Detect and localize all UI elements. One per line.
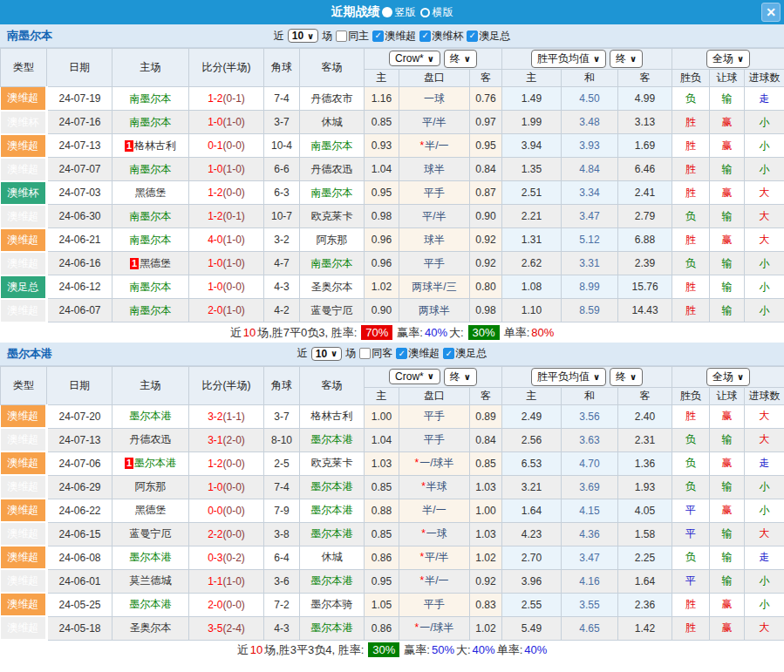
halftime-score: (0-1): [223, 92, 245, 105]
away-team-cell: 蓝曼宁厄: [300, 299, 365, 322]
avg-draw-cell: 4.65: [562, 616, 618, 640]
corner-cell: 7-4: [264, 475, 300, 499]
home-team-cell: 南墨尔本: [112, 275, 189, 299]
filter-near-label: 近: [297, 346, 308, 361]
avg-draw-cell: 3.69: [562, 475, 618, 499]
avg-draw-cell: 4.36: [562, 522, 618, 546]
avg-away-cell: 6.88: [618, 228, 672, 252]
home-odds-cell: 0.85: [365, 475, 399, 499]
league-filter-checkbox-0[interactable]: ✓澳维超: [396, 346, 440, 361]
match-count-select[interactable]: 10∨: [311, 347, 342, 361]
fulltime-score: 1-0: [208, 257, 222, 269]
result-group-header: 全场∨: [672, 49, 784, 70]
scope-select[interactable]: 全场∨: [706, 50, 750, 68]
radio-horizontal-layout[interactable]: 横版: [420, 5, 453, 20]
close-button[interactable]: ✕: [761, 3, 781, 22]
avg-draw-cell: 3.56: [562, 404, 618, 428]
table-row: 澳维杯24-07-16南墨尔本1-0(1-0)3-7休城0.85平/半0.971…: [1, 111, 784, 134]
handicap-value: 平手: [424, 257, 445, 269]
league-filter-checkbox-2[interactable]: ✓澳足总: [467, 29, 510, 44]
corner-cell: 3-7: [264, 404, 300, 428]
goals-result-cell: 小: [745, 275, 784, 299]
avg-home-cell: 1.35: [502, 158, 562, 181]
bookmaker-select[interactable]: Crow*∨: [389, 369, 440, 384]
avg-draw-cell: 8.59: [562, 299, 618, 322]
odds-final-select[interactable]: 终∨: [444, 50, 477, 68]
league-filter-checkbox-1[interactable]: ✓澳维杯: [419, 29, 463, 44]
avg-final-select[interactable]: 终∨: [610, 50, 643, 68]
league-badge: 澳维超: [1, 428, 47, 451]
league-filter-checkbox-0[interactable]: ✓澳维超: [372, 29, 416, 44]
handicap-result-cell: 输: [710, 275, 745, 299]
table-row: 澳维超24-06-21南墨尔本4-0(1-0)3-2阿东那0.96球半0.921…: [1, 228, 784, 252]
handicap-value: 一球: [426, 527, 447, 540]
match-count-select[interactable]: 10∨: [288, 29, 318, 43]
goals-result-cell: 大: [745, 616, 784, 640]
chevron-down-icon: ∨: [307, 31, 314, 41]
summary-prefix: 近: [237, 643, 249, 656]
avg-draw-cell: 3.47: [562, 205, 618, 228]
away-team-cell: 墨尔本港: [300, 569, 365, 593]
odds-final-select[interactable]: 终∨: [444, 368, 477, 386]
away-team-name: 欧克莱卡: [311, 210, 353, 222]
avg-away-cell: 1.64: [618, 569, 672, 593]
handicap-cell: *一球: [399, 522, 470, 546]
goals-result-cell: 小: [745, 499, 784, 522]
result-cell: 负: [672, 252, 710, 275]
summary-over-rate: 30%: [468, 325, 500, 340]
goals-result-cell: 小: [745, 134, 784, 158]
scope-select-value: 全场: [712, 370, 733, 384]
home-team-cell: 南墨尔本: [112, 205, 189, 228]
bookmaker-select[interactable]: Crow*∨: [389, 51, 440, 66]
league-badge: 澳维超: [1, 451, 47, 475]
avg-home-cell: 2.21: [502, 205, 562, 228]
checkbox-checked-icon: ✓: [467, 31, 478, 42]
handicap-value: 平手: [424, 187, 445, 199]
result-cell: 平: [672, 569, 710, 593]
away-team-name: 墨尔本港: [311, 480, 353, 492]
avg-metric-select[interactable]: 胜平负均值∨: [531, 50, 606, 68]
same-venue-checkbox[interactable]: 同主: [336, 29, 369, 44]
away-odds-cell: 0.83: [470, 593, 502, 616]
subcol-goals: 进球数: [745, 70, 784, 87]
away-team-name: 休城: [322, 116, 343, 128]
checkbox-checked-icon: ✓: [443, 348, 454, 359]
away-team-cell: 丹德农市: [300, 87, 365, 111]
checkbox-checked-icon: ✓: [396, 348, 407, 359]
results-table: 类型日期主场比分(半场)角球客场Crow*∨终∨胜平负均值∨终∨全场∨主盘口客主…: [0, 48, 784, 323]
chevron-down-icon: ∨: [630, 54, 637, 64]
close-icon: ✕: [766, 6, 776, 18]
goals-result-cell: 走: [745, 546, 784, 569]
avg-metric-select[interactable]: 胜平负均值∨: [531, 368, 606, 386]
avg-draw-cell: 3.55: [562, 593, 618, 616]
home-odds-cell: 0.95: [365, 181, 399, 205]
same-venue-checkbox[interactable]: 同客: [359, 346, 392, 361]
avg-final-select[interactable]: 终∨: [610, 368, 643, 386]
away-team-cell: 欧克莱卡: [300, 451, 365, 475]
away-odds-cell: 0.98: [470, 299, 502, 322]
subcol-odds-away: 客: [470, 387, 502, 404]
scope-select[interactable]: 全场∨: [706, 368, 750, 386]
handicap-cell: 平手: [399, 181, 470, 205]
radio-selected-icon: [382, 7, 392, 17]
avg-away-cell: 2.36: [618, 593, 672, 616]
league-filter-checkbox-1[interactable]: ✓澳足总: [443, 346, 487, 361]
home-team-name: 南墨尔本: [130, 304, 172, 316]
filter-near-label: 近: [274, 29, 284, 44]
results-table-container: 类型日期主场比分(半场)角球客场Crow*∨终∨胜平负均值∨终∨全场∨主盘口客主…: [0, 366, 784, 641]
away-odds-cell: 1.00: [470, 499, 502, 522]
dialog-title: 近期战绩: [331, 4, 380, 20]
result-cell: 负: [672, 205, 710, 228]
avg-home-cell: 1.99: [502, 111, 562, 134]
league-badge: 澳维超: [1, 522, 47, 546]
handicap-result-cell: 赢: [710, 593, 745, 616]
handicap-cell: *半球: [399, 475, 470, 499]
goals-result-cell: 小: [745, 252, 784, 275]
radio-vertical-layout[interactable]: 竖版: [382, 5, 416, 20]
same-venue-checkbox-label: 同客: [372, 346, 392, 361]
handicap-value: 半/一: [425, 139, 448, 152]
score-cell: 2-0(0-0): [189, 593, 264, 616]
home-team-cell: 莫兰德城: [112, 569, 189, 593]
league-badge: 澳维超: [1, 134, 47, 158]
result-cell: 胜: [672, 158, 710, 181]
